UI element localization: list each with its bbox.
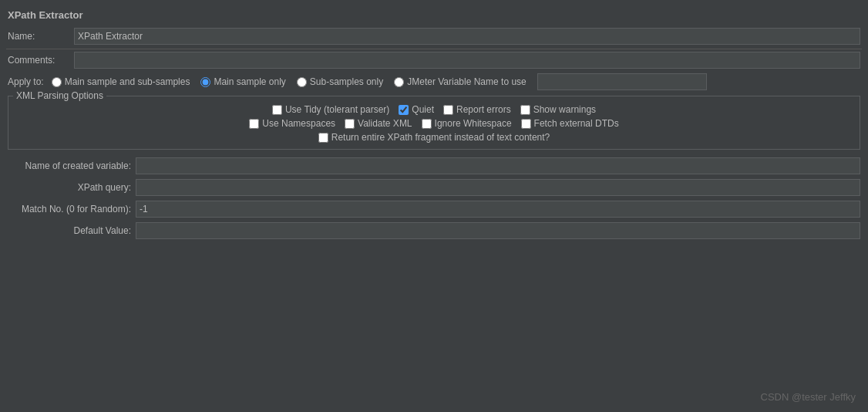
window-title: XPath Extractor: [6, 6, 862, 25]
created-var-label: Name of created variable:: [8, 160, 131, 171]
quiet-checkbox[interactable]: [399, 105, 409, 115]
apply-to-label: Apply to:: [8, 76, 44, 87]
radio-main-only-input[interactable]: [200, 77, 210, 87]
quiet-label: Quiet: [412, 104, 434, 115]
radio-main-only-label: Main sample only: [214, 76, 285, 87]
checkbox-row-1: Use Tidy (tolerant parser) Quiet Report …: [15, 104, 853, 115]
name-input[interactable]: [74, 28, 860, 45]
created-var-row: Name of created variable:: [8, 156, 860, 176]
report-errors-label: Report errors: [456, 104, 511, 115]
parsing-options-content: Use Tidy (tolerant parser) Quiet Report …: [15, 104, 853, 143]
checkbox-validate-xml[interactable]: Validate XML: [345, 118, 412, 129]
default-value-label: Default Value:: [8, 225, 131, 236]
apply-to-row: Apply to: Main sample and sub-samples Ma…: [6, 71, 862, 93]
default-value-row: Default Value:: [8, 221, 860, 241]
xpath-query-input[interactable]: [136, 179, 860, 196]
xml-parsing-title: XML Parsing Options: [13, 90, 106, 101]
comments-row: Comments:: [6, 49, 862, 71]
radio-sub-only-input[interactable]: [297, 77, 307, 87]
match-no-input[interactable]: [136, 201, 860, 218]
checkbox-row-2: Use Namespaces Validate XML Ignore White…: [15, 118, 853, 129]
comments-label: Comments:: [8, 55, 69, 66]
ignore-whitespace-checkbox[interactable]: [422, 119, 432, 129]
use-tidy-label: Use Tidy (tolerant parser): [285, 104, 389, 115]
return-xpath-label: Return entire XPath fragment instead of …: [331, 132, 550, 143]
use-namespaces-checkbox[interactable]: [249, 119, 259, 129]
radio-main-only[interactable]: Main sample only: [200, 76, 285, 87]
checkbox-fetch-dtds[interactable]: Fetch external DTDs: [521, 118, 619, 129]
use-tidy-checkbox[interactable]: [272, 105, 282, 115]
checkbox-use-tidy[interactable]: Use Tidy (tolerant parser): [272, 104, 389, 115]
comments-input[interactable]: [74, 52, 860, 69]
name-row: Name:: [6, 25, 862, 49]
radio-group: Main sample and sub-samples Main sample …: [52, 73, 707, 90]
field-rows: Name of created variable: XPath query: M…: [6, 153, 862, 244]
checkbox-ignore-whitespace[interactable]: Ignore Whitespace: [422, 118, 512, 129]
ignore-whitespace-label: Ignore Whitespace: [435, 118, 512, 129]
name-label: Name:: [8, 31, 69, 42]
validate-xml-label: Validate XML: [358, 118, 412, 129]
radio-main-sub-label: Main sample and sub-samples: [65, 76, 190, 87]
checkbox-report-errors[interactable]: Report errors: [443, 104, 511, 115]
validate-xml-checkbox[interactable]: [345, 119, 355, 129]
use-namespaces-label: Use Namespaces: [262, 118, 335, 129]
created-var-input[interactable]: [136, 157, 860, 174]
xml-parsing-section: XML Parsing Options Use Tidy (tolerant p…: [8, 96, 860, 150]
checkbox-show-warnings[interactable]: Show warnings: [520, 104, 596, 115]
radio-jmeter-var[interactable]: JMeter Variable Name to use: [394, 76, 527, 87]
return-xpath-checkbox[interactable]: [318, 133, 328, 143]
show-warnings-label: Show warnings: [533, 104, 596, 115]
xpath-query-row: XPath query:: [8, 177, 860, 198]
checkbox-use-namespaces[interactable]: Use Namespaces: [249, 118, 335, 129]
radio-sub-only[interactable]: Sub-samples only: [297, 76, 383, 87]
radio-jmeter-var-label: JMeter Variable Name to use: [407, 76, 527, 87]
fetch-dtds-label: Fetch external DTDs: [534, 118, 619, 129]
radio-jmeter-var-input[interactable]: [394, 77, 404, 87]
show-warnings-checkbox[interactable]: [520, 105, 530, 115]
report-errors-checkbox[interactable]: [443, 105, 453, 115]
return-xpath-row: Return entire XPath fragment instead of …: [15, 132, 853, 143]
radio-main-sub-input[interactable]: [52, 77, 62, 87]
match-no-row: Match No. (0 for Random):: [8, 199, 860, 219]
main-container: XPath Extractor Name: Comments: Apply to…: [0, 0, 868, 412]
match-no-label: Match No. (0 for Random):: [8, 204, 131, 214]
radio-sub-only-label: Sub-samples only: [310, 76, 383, 87]
default-value-input[interactable]: [136, 222, 860, 239]
watermark: CSDN @tester Jeffky: [761, 391, 856, 403]
jmeter-var-input[interactable]: [537, 73, 707, 90]
checkbox-return-xpath[interactable]: Return entire XPath fragment instead of …: [318, 132, 550, 143]
xpath-query-label: XPath query:: [8, 182, 131, 193]
fetch-dtds-checkbox[interactable]: [521, 119, 531, 129]
checkbox-quiet[interactable]: Quiet: [399, 104, 434, 115]
radio-main-sub[interactable]: Main sample and sub-samples: [52, 76, 190, 87]
